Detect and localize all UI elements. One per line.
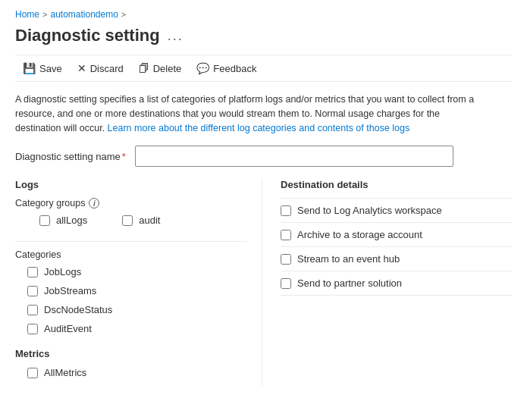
audit-checkbox-row: audit [122, 215, 160, 226]
delete-button[interactable]: 🗍 Delete [131, 58, 190, 78]
all-logs-checkbox-row: allLogs [39, 215, 87, 226]
job-logs-row: JobLogs [27, 266, 246, 277]
job-logs-label: JobLogs [44, 266, 81, 277]
page-title: Diagnostic setting [15, 26, 160, 45]
discard-label: Discard [90, 63, 124, 74]
feedback-icon: 💬 [196, 62, 209, 74]
dsc-node-status-row: DscNodeStatus [27, 304, 246, 315]
metrics-section-header: Metrics [15, 348, 246, 359]
delete-icon: 🗍 [139, 62, 149, 74]
send-partner-checkbox[interactable] [281, 278, 291, 289]
categories-label: Categories [15, 249, 246, 260]
page-header: Diagnostic setting ... [15, 26, 512, 45]
discard-icon: ✕ [77, 62, 86, 74]
dsc-node-status-label: DscNodeStatus [44, 304, 112, 315]
audit-label: audit [139, 215, 160, 226]
description-text: A diagnostic setting specifies a list of… [15, 92, 485, 135]
discard-button[interactable]: ✕ Discard [70, 58, 131, 78]
setting-name-input[interactable] [135, 146, 453, 167]
archive-storage-label: Archive to a storage account [297, 229, 422, 240]
send-log-analytics-checkbox[interactable] [281, 205, 291, 216]
feedback-label: Feedback [213, 63, 256, 74]
feedback-button[interactable]: 💬 Feedback [189, 58, 264, 78]
job-streams-label: JobStreams [44, 285, 96, 296]
audit-event-row: AuditEvent [27, 323, 246, 334]
job-logs-checkbox[interactable] [27, 267, 38, 277]
breadcrumb-sep2: > [121, 10, 126, 19]
setting-name-field-row: Diagnostic setting name* [15, 146, 512, 167]
all-logs-checkbox[interactable] [39, 215, 50, 226]
stream-event-hub-label: Stream to an event hub [297, 253, 400, 265]
logs-section: Logs Category groups i allLogs audit Cat… [15, 179, 262, 386]
dest-item-log-analytics: Send to Log Analytics workspace [281, 198, 512, 223]
category-groups-divider [15, 241, 246, 242]
save-button[interactable]: 💾 Save [15, 58, 70, 78]
breadcrumb-sep1: > [42, 10, 47, 19]
setting-name-label: Diagnostic setting name* [15, 151, 126, 162]
audit-event-checkbox[interactable] [27, 324, 38, 334]
breadcrumb-home[interactable]: Home [15, 9, 39, 20]
all-metrics-label: AllMetrics [44, 367, 86, 378]
destination-section-header: Destination details [281, 179, 512, 190]
dest-item-event-hub: Stream to an event hub [281, 247, 512, 271]
stream-event-hub-checkbox[interactable] [281, 254, 291, 265]
dsc-node-status-checkbox[interactable] [27, 305, 38, 315]
main-content: Logs Category groups i allLogs audit Cat… [15, 179, 512, 386]
toolbar: 💾 Save ✕ Discard 🗍 Delete 💬 Feedback [15, 55, 512, 82]
category-groups-checkboxes: allLogs audit [27, 215, 246, 234]
delete-label: Delete [153, 63, 182, 74]
save-icon: 💾 [23, 62, 36, 74]
dest-item-partner-solution: Send to partner solution [281, 271, 512, 296]
archive-storage-checkbox[interactable] [281, 230, 291, 240]
breadcrumb: Home > automationdemo > [15, 9, 512, 20]
breadcrumb-automationdemo[interactable]: automationdemo [50, 9, 118, 20]
logs-section-header: Logs [15, 179, 246, 190]
metrics-section: Metrics AllMetrics [15, 348, 246, 378]
category-groups-info-icon[interactable]: i [89, 198, 99, 208]
all-metrics-row: AllMetrics [27, 367, 246, 378]
job-streams-checkbox[interactable] [27, 286, 38, 296]
send-log-analytics-label: Send to Log Analytics workspace [297, 205, 442, 216]
learn-more-link[interactable]: Learn more about the different log categ… [108, 123, 410, 133]
category-groups-label: Category groups i [15, 198, 246, 208]
save-label: Save [39, 63, 62, 74]
destination-section: Destination details Send to Log Analytic… [262, 179, 512, 386]
job-streams-row: JobStreams [27, 285, 246, 296]
page-title-menu[interactable]: ... [168, 28, 184, 44]
audit-event-label: AuditEvent [44, 323, 92, 334]
all-logs-label: allLogs [56, 215, 87, 226]
all-metrics-checkbox[interactable] [27, 368, 38, 378]
audit-checkbox[interactable] [122, 215, 133, 226]
destination-items-list: Send to Log Analytics workspace Archive … [281, 198, 512, 296]
required-marker: * [122, 151, 126, 162]
send-partner-label: Send to partner solution [297, 277, 402, 289]
dest-item-storage-account: Archive to a storage account [281, 223, 512, 247]
